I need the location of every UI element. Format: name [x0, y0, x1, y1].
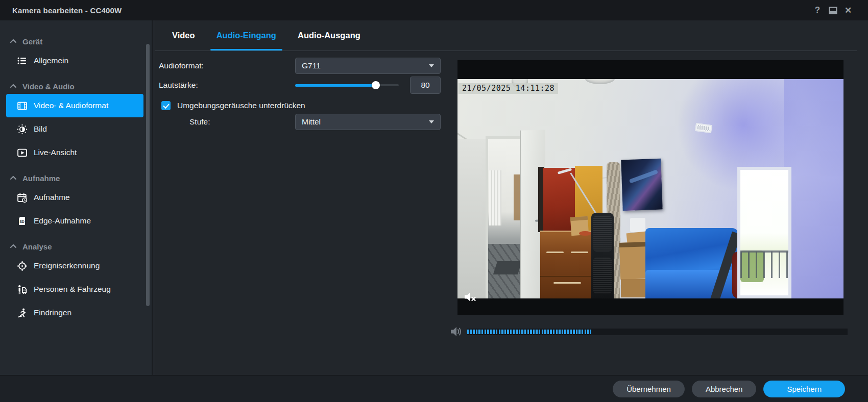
audio-level-meter [467, 329, 848, 335]
section-header-video-audio[interactable]: Video & Audio [0, 79, 152, 94]
chevron-up-icon [9, 37, 17, 45]
sidebar-scrollbar[interactable] [146, 44, 150, 306]
sidebar-item-video-audioformat[interactable]: Video- & Audioformat [6, 94, 143, 117]
section-label: Video & Audio [22, 82, 75, 91]
tab-bar: Video Audio-Eingang Audio-Ausgang [155, 20, 857, 51]
section-label: Analyse [22, 242, 52, 251]
speaker-icon[interactable] [450, 325, 462, 338]
chevron-down-icon [429, 120, 434, 123]
noise-suppression-checkbox[interactable] [161, 101, 171, 110]
intrusion-icon [16, 307, 28, 318]
sidebar-item-label: Live-Ansicht [34, 148, 77, 157]
sidebar-item-label: Aufnahme [34, 193, 70, 202]
section-header-analyse[interactable]: Analyse [0, 239, 152, 254]
audio-format-dropdown[interactable]: G711 [295, 58, 441, 74]
volume-slider-fill [295, 84, 376, 87]
noise-suppression-row: Umgebungsgeräusche unterdrücken [159, 101, 451, 110]
photo-detail [540, 231, 594, 298]
photo-detail [621, 159, 662, 211]
sidebar-item-live-ansicht[interactable]: Live-Ansicht [6, 141, 143, 164]
svg-text:SD: SD [19, 220, 25, 223]
target-icon [16, 260, 28, 271]
tab-label: Audio-Ausgang [298, 31, 360, 40]
sidebar-item-label: Video- & Audioformat [34, 101, 108, 110]
video-player: 21/05/2025 14:11:28 [457, 60, 843, 315]
maximize-icon [829, 7, 837, 14]
audio-meter-row [450, 325, 853, 338]
person-vehicle-icon [16, 284, 28, 295]
apply-button[interactable]: Übernehmen [613, 381, 685, 397]
calendar-clock-icon [16, 192, 28, 203]
noise-suppression-label: Umgebungsgeräusche unterdrücken [177, 101, 305, 110]
sidebar: Gerät Allgemein Video & Audio [0, 20, 153, 375]
tab-label: Audio-Eingang [216, 31, 276, 40]
photo-detail [585, 79, 615, 84]
volume-slider[interactable] [295, 81, 399, 89]
level-dropdown[interactable]: Mittel [295, 114, 441, 130]
photo-detail [486, 136, 524, 298]
chevron-up-icon [9, 242, 17, 250]
volume-label: Lautstärke: [159, 81, 295, 90]
help-icon: ? [815, 5, 820, 15]
titlebar: Kamera bearbeiten - CC400W ? ✕ [0, 0, 868, 20]
video-timestamp: 21/05/2025 14:11:28 [459, 83, 558, 94]
sidebar-section-analyse: Analyse Ereigniserkennung [0, 239, 152, 324]
content-panel: Video Audio-Eingang Audio-Ausgang Audiof… [155, 20, 868, 375]
audio-level-fill [467, 330, 591, 334]
section-header-geraet[interactable]: Gerät [0, 34, 152, 49]
section-header-aufnahme[interactable]: Aufnahme [0, 170, 152, 186]
tab-label: Video [172, 31, 195, 40]
film-icon [16, 100, 28, 111]
sidebar-item-allgemein[interactable]: Allgemein [6, 49, 143, 72]
photo-detail [579, 231, 591, 236]
sidebar-item-eindringen[interactable]: Eindringen [6, 301, 143, 324]
camera-preview-panel: 21/05/2025 14:11:28 [450, 60, 853, 338]
level-value: Mittel [302, 117, 321, 127]
camera-edit-window: Kamera bearbeiten - CC400W ? ✕ Gerät [0, 0, 868, 402]
tab-video[interactable]: Video [166, 20, 201, 51]
sidebar-item-personen-fahrzeug[interactable]: Personen & Fahrzeug [6, 278, 143, 301]
photo-detail [457, 139, 486, 298]
section-label: Aufnahme [22, 174, 60, 183]
close-button[interactable]: ✕ [840, 3, 856, 18]
sidebar-section-aufnahme: Aufnahme Aufnahme [0, 170, 152, 233]
footer-bar: Übernehmen Abbrechen Speichern [0, 375, 868, 402]
tab-audio-eingang[interactable]: Audio-Eingang [210, 20, 282, 51]
sidebar-section-geraet: Gerät Allgemein [0, 34, 152, 72]
help-button[interactable]: ? [810, 3, 825, 18]
sidebar-item-label: Allgemein [34, 56, 68, 65]
sidebar-item-label: Ereigniserkennung [34, 261, 100, 270]
sidebar-item-label: Edge-Aufnahme [34, 216, 91, 225]
maximize-button[interactable] [825, 3, 840, 18]
volume-slider-thumb[interactable] [372, 81, 380, 89]
volume-value-box[interactable]: 80 [410, 77, 441, 94]
section-label: Gerät [22, 37, 42, 46]
muted-speaker-icon[interactable] [464, 291, 479, 303]
sd-card-icon: SD [16, 215, 28, 227]
tab-audio-ausgang[interactable]: Audio-Ausgang [292, 20, 367, 51]
list-icon [16, 55, 28, 66]
sidebar-item-label: Bild [34, 124, 47, 134]
sidebar-item-bild[interactable]: Bild [6, 117, 143, 141]
photo-detail [784, 79, 843, 298]
sidebar-item-ereigniserkennung[interactable]: Ereigniserkennung [6, 254, 143, 278]
chevron-down-icon [429, 64, 434, 67]
live-view-icon [16, 147, 28, 158]
window-title: Kamera bearbeiten - CC400W [12, 6, 122, 15]
cancel-button[interactable]: Abbrechen [692, 381, 757, 397]
chevron-up-icon [9, 82, 17, 90]
audio-format-value: G711 [302, 61, 321, 70]
sidebar-item-label: Eindringen [34, 308, 71, 317]
photo-detail [591, 213, 614, 298]
sidebar-item-aufnahme[interactable]: Aufnahme [6, 186, 143, 209]
sidebar-item-edge-aufnahme[interactable]: SD Edge-Aufnahme [6, 209, 143, 233]
brightness-icon [16, 123, 28, 135]
audio-input-form: Audioformat: G711 Lautstärke: 80 [155, 51, 451, 131]
save-button[interactable]: Speichern [763, 381, 845, 397]
sidebar-section-video-audio: Video & Audio Video- & Audioformat [0, 79, 152, 164]
camera-preview-image: 21/05/2025 14:11:28 [457, 79, 843, 298]
close-icon: ✕ [845, 5, 852, 16]
level-label: Stufe: [159, 117, 295, 127]
level-row: Stufe: Mittel [159, 113, 451, 131]
sidebar-item-label: Personen & Fahrzeug [34, 285, 111, 294]
